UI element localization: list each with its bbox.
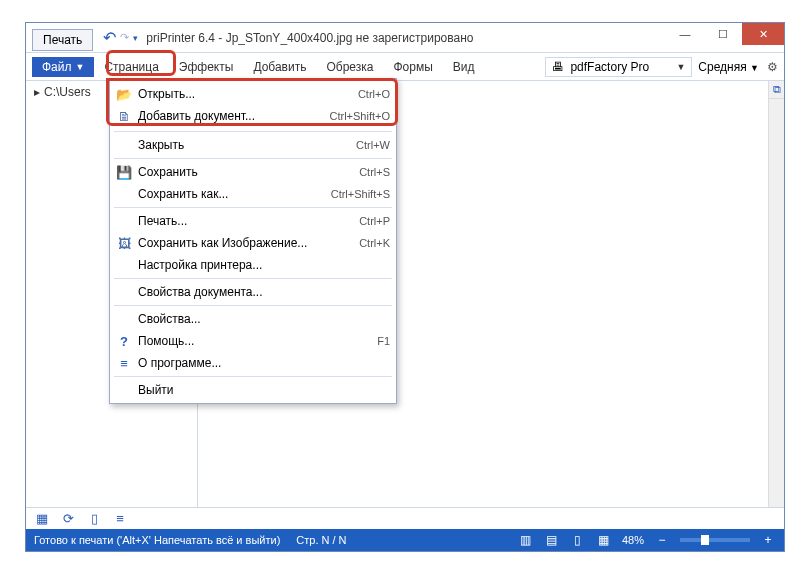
menu-properties-label: Свойства... — [134, 312, 390, 326]
window-title: priPrinter 6.4 - Jp_STonY_400x400.jpg не… — [146, 31, 473, 45]
menu-close[interactable]: Закрыть Ctrl+W — [110, 134, 396, 156]
menu-save-label: Сохранить — [134, 165, 359, 179]
zoom-value: 48% — [622, 534, 644, 546]
menu-about[interactable]: ≡ О программе... — [110, 352, 396, 374]
status-bar: Готово к печати ('Alt+X' Напечатать всё … — [26, 529, 784, 551]
options-icon[interactable]: ≡ — [112, 511, 128, 527]
layout-icon[interactable]: ▦ — [34, 511, 50, 527]
printer-icon: 🖶 — [552, 60, 564, 74]
menu-effects[interactable]: Эффекты — [169, 57, 244, 77]
menu-save-image-label: Сохранить как Изображение... — [134, 236, 359, 250]
menu-save[interactable]: 💾 Сохранить Ctrl+S — [110, 161, 396, 183]
rotate-icon[interactable]: ⟳ — [60, 511, 76, 527]
quality-label: Средняя — [698, 60, 746, 74]
view-single-icon[interactable]: ▥ — [518, 532, 534, 548]
menu-page[interactable]: Страница — [94, 57, 168, 77]
menu-add-document-label: Добавить документ... — [134, 109, 329, 123]
zoom-out-icon[interactable]: − — [654, 532, 670, 548]
menu-save-as-shortcut: Ctrl+Shift+S — [331, 188, 390, 200]
menu-exit-label: Выйти — [134, 383, 390, 397]
zoom-in-icon[interactable]: + — [760, 532, 776, 548]
maximize-button[interactable]: ☐ — [704, 23, 742, 45]
menu-help[interactable]: ? Помощь... F1 — [110, 330, 396, 352]
close-button[interactable]: ✕ — [742, 23, 784, 45]
bottom-toolbar: ▦ ⟳ ▯ ≡ — [26, 507, 784, 529]
status-page: Стр. N / N — [296, 534, 346, 546]
menu-help-shortcut: F1 — [377, 335, 390, 347]
menu-save-image-shortcut: Ctrl+K — [359, 237, 390, 249]
tree-path: C:\Users — [44, 85, 91, 99]
quality-selector[interactable]: Средняя ▼ — [698, 60, 759, 74]
image-icon: 🖼 — [114, 236, 134, 251]
chevron-down-icon: ▼ — [676, 62, 685, 72]
menu-add-document-shortcut: Ctrl+Shift+O — [329, 110, 390, 122]
zoom-slider[interactable] — [680, 538, 750, 542]
minimize-button[interactable]: — — [666, 23, 704, 45]
menu-printer-setup[interactable]: Настройка принтера... — [110, 254, 396, 276]
printer-name: pdfFactory Pro — [570, 60, 670, 74]
printer-selector[interactable]: 🖶 pdfFactory Pro ▼ — [545, 57, 692, 77]
menu-about-label: О программе... — [134, 356, 390, 370]
menu-save-as[interactable]: Сохранить как... Ctrl+Shift+S — [110, 183, 396, 205]
menu-view[interactable]: Вид — [443, 57, 485, 77]
about-icon: ≡ — [114, 356, 134, 371]
menu-close-label: Закрыть — [134, 138, 356, 152]
menu-doc-properties-label: Свойства документа... — [134, 285, 390, 299]
menu-print[interactable]: Печать... Ctrl+P — [110, 210, 396, 232]
menu-exit[interactable]: Выйти — [110, 379, 396, 401]
menu-save-image[interactable]: 🖼 Сохранить как Изображение... Ctrl+K — [110, 232, 396, 254]
menu-add-document[interactable]: 🗎 Добавить документ... Ctrl+Shift+O — [110, 105, 396, 127]
menu-print-label: Печать... — [134, 214, 359, 228]
file-dropdown-menu: 📂 Открыть... Ctrl+O 🗎 Добавить документ.… — [109, 78, 397, 404]
undo-icon[interactable]: ↶ — [103, 28, 116, 47]
qat-dropdown-icon[interactable]: ▾ — [133, 33, 138, 43]
file-menu-button[interactable]: Файл ▼ — [32, 57, 94, 77]
menu-print-shortcut: Ctrl+P — [359, 215, 390, 227]
folder-open-icon: 📂 — [114, 87, 134, 102]
menu-open-label: Открыть... — [134, 87, 358, 101]
menu-doc-properties[interactable]: Свойства документа... — [110, 281, 396, 303]
menu-save-as-label: Сохранить как... — [134, 187, 331, 201]
menu-save-shortcut: Ctrl+S — [359, 166, 390, 178]
add-document-icon: 🗎 — [114, 109, 134, 124]
view-continuous-icon[interactable]: ▯ — [570, 532, 586, 548]
view-grid-icon[interactable]: ▦ — [596, 532, 612, 548]
view-facing-icon[interactable]: ▤ — [544, 532, 560, 548]
menu-crop[interactable]: Обрезка — [316, 57, 383, 77]
menu-add[interactable]: Добавить — [243, 57, 316, 77]
menu-printer-setup-label: Настройка принтера... — [134, 258, 390, 272]
help-icon: ? — [114, 334, 134, 349]
save-icon: 💾 — [114, 165, 134, 180]
menu-open[interactable]: 📂 Открыть... Ctrl+O — [110, 83, 396, 105]
menu-forms[interactable]: Формы — [383, 57, 442, 77]
menu-properties[interactable]: Свойства... — [110, 308, 396, 330]
vertical-scrollbar[interactable]: ⧉ — [768, 81, 784, 507]
menu-close-shortcut: Ctrl+W — [356, 139, 390, 151]
print-button[interactable]: Печать — [32, 29, 93, 51]
redo-icon[interactable]: ↷ — [120, 31, 129, 44]
file-menu-label: Файл — [42, 60, 72, 74]
chevron-down-icon: ▼ — [76, 62, 85, 72]
menu-help-label: Помощь... — [134, 334, 377, 348]
gear-icon[interactable]: ⚙ — [767, 60, 778, 74]
page-icon[interactable]: ▯ — [86, 511, 102, 527]
status-ready: Готово к печати ('Alt+X' Напечатать всё … — [34, 534, 280, 546]
scroll-top-icon[interactable]: ⧉ — [769, 81, 784, 99]
menu-open-shortcut: Ctrl+O — [358, 88, 390, 100]
tree-caret-icon: ▸ — [34, 85, 40, 99]
